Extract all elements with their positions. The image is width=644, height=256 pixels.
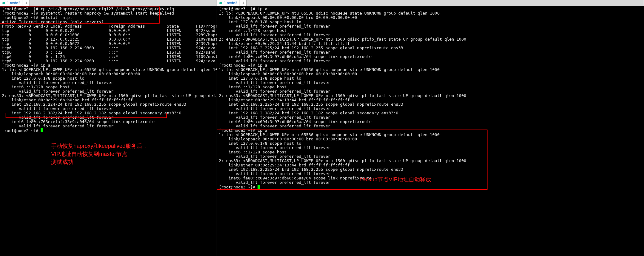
status-dot-icon (2, 2, 5, 4)
plus-icon: + (25, 0, 28, 6)
terminal-cursor (258, 185, 260, 189)
new-tab-button[interactable]: + (240, 0, 247, 6)
new-tab-button[interactable]: + (23, 0, 30, 6)
tab-bar-right: 1 node3 + (217, 0, 644, 6)
status-dot-icon (219, 2, 222, 4)
terminal-left[interactable]: [root@node2 ~]# cp /etc/haproxy/haproxy.… (0, 6, 217, 256)
tab-bar-left: 1 node2 + (0, 0, 217, 6)
tab-label: 1 node3 (224, 1, 237, 5)
tab-node2[interactable]: 1 node2 (0, 0, 23, 6)
tab-label: 1 node2 (7, 1, 20, 5)
terminal-right[interactable]: [root@node3 ~]# ip a 1: lo: <LOOPBACK,UP… (217, 6, 644, 256)
right-pane: 1 node3 + [root@node3 ~]# ip a 1: lo: <L… (217, 0, 644, 256)
tab-node3[interactable]: 1 node3 (217, 0, 240, 6)
terminal-cursor (41, 128, 43, 132)
left-pane: 1 node2 + [root@node2 ~]# cp /etc/haprox… (0, 0, 217, 256)
plus-icon: + (242, 0, 245, 6)
annotation-right: backup节点VIP地址自动释放 (359, 175, 431, 183)
annotation-left: 手动恢复haproxy和keepalived服务后， VIP地址自动恢复到mas… (51, 142, 148, 166)
